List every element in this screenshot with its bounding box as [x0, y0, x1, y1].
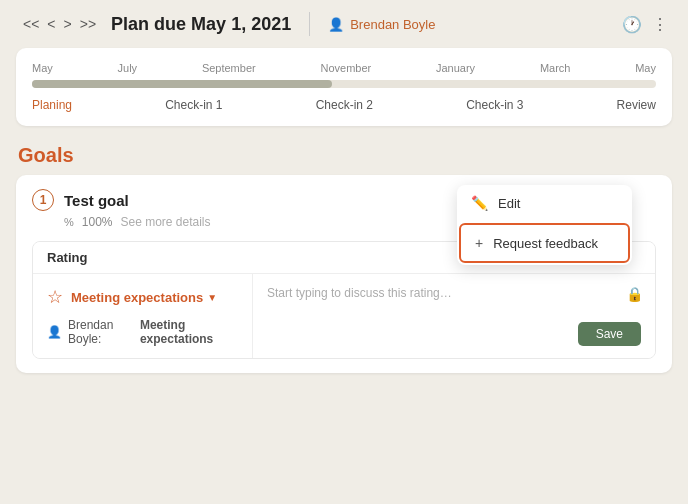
goals-section-header: Goals — [0, 140, 688, 175]
nav-next[interactable]: > — [61, 14, 75, 34]
month-6: March — [540, 62, 571, 74]
rating-dropdown[interactable]: Meeting expectations ▼ — [71, 290, 217, 305]
month-4: November — [320, 62, 371, 74]
rating-star-icon: ☆ — [47, 286, 63, 308]
edit-label: Edit — [498, 196, 520, 211]
chevron-down-icon: ▼ — [207, 292, 217, 303]
rating-user-name: Brendan Boyle: — [68, 318, 134, 346]
nav-next-next[interactable]: >> — [77, 14, 99, 34]
feedback-label: Request feedback — [493, 236, 598, 251]
rating-user-row: 👤 Brendan Boyle: Meeting expectations — [47, 318, 238, 346]
save-button[interactable]: Save — [578, 322, 641, 346]
timeline-bar-filled — [32, 80, 332, 88]
header-divider — [309, 12, 310, 36]
nav-controls: << < > >> — [20, 14, 99, 34]
rating-discussion-placeholder[interactable]: Start typing to discuss this rating… — [267, 286, 641, 312]
page-title: Plan due May 1, 2021 — [111, 14, 291, 35]
timeline-phases: Planing Check-in 1 Check-in 2 Check-in 3… — [32, 98, 656, 112]
month-1: May — [32, 62, 53, 74]
goal-card: 1 Test goal % 100% See more details ✏️ E… — [16, 175, 672, 373]
month-3: September — [202, 62, 256, 74]
header-user: 👤 Brendan Boyle — [328, 17, 435, 32]
phase-planning: Planing — [32, 98, 72, 112]
header: << < > >> Plan due May 1, 2021 👤 Brendan… — [0, 0, 688, 48]
lock-icon: 🔒 — [626, 286, 643, 302]
history-icon[interactable]: 🕐 — [622, 15, 642, 34]
phase-checkin1: Check-in 1 — [165, 98, 222, 112]
rating-user-value: Meeting expectations — [140, 318, 238, 346]
timeline-bar — [32, 80, 656, 88]
phase-checkin2: Check-in 2 — [316, 98, 373, 112]
goal-number: 1 — [32, 189, 54, 211]
user-name-link[interactable]: Brendan Boyle — [350, 17, 435, 32]
context-menu: ✏️ Edit + Request feedback — [457, 185, 632, 265]
more-options-icon[interactable]: ⋮ — [652, 15, 668, 34]
goal-percent-symbol: % — [64, 216, 74, 228]
nav-prev[interactable]: < — [44, 14, 58, 34]
rating-body: ☆ Meeting expectations ▼ 👤 Brendan Boyle… — [33, 274, 655, 358]
plus-icon: + — [475, 235, 483, 251]
context-menu-edit[interactable]: ✏️ Edit — [457, 185, 632, 221]
rating-save-row: Save — [267, 322, 641, 346]
timeline-card: May July September November January Marc… — [16, 48, 672, 126]
month-7: May — [635, 62, 656, 74]
user-small-icon: 👤 — [47, 325, 62, 339]
edit-icon: ✏️ — [471, 195, 488, 211]
goal-title: Test goal — [64, 192, 129, 209]
rating-left-panel: ☆ Meeting expectations ▼ 👤 Brendan Boyle… — [33, 274, 253, 358]
timeline-months: May July September November January Marc… — [32, 62, 656, 74]
goal-percent-value: 100% — [82, 215, 113, 229]
month-2: July — [118, 62, 138, 74]
month-5: January — [436, 62, 475, 74]
phase-review: Review — [617, 98, 656, 112]
nav-prev-prev[interactable]: << — [20, 14, 42, 34]
rating-value: Meeting expectations — [71, 290, 203, 305]
context-menu-feedback[interactable]: + Request feedback — [459, 223, 630, 263]
rating-dropdown-row: ☆ Meeting expectations ▼ — [47, 286, 238, 308]
header-actions: 🕐 ⋮ — [622, 15, 668, 34]
goal-see-more[interactable]: See more details — [120, 215, 210, 229]
rating-right-panel: Start typing to discuss this rating… 🔒 S… — [253, 274, 655, 358]
phase-checkin3: Check-in 3 — [466, 98, 523, 112]
user-avatar-icon: 👤 — [328, 17, 344, 32]
